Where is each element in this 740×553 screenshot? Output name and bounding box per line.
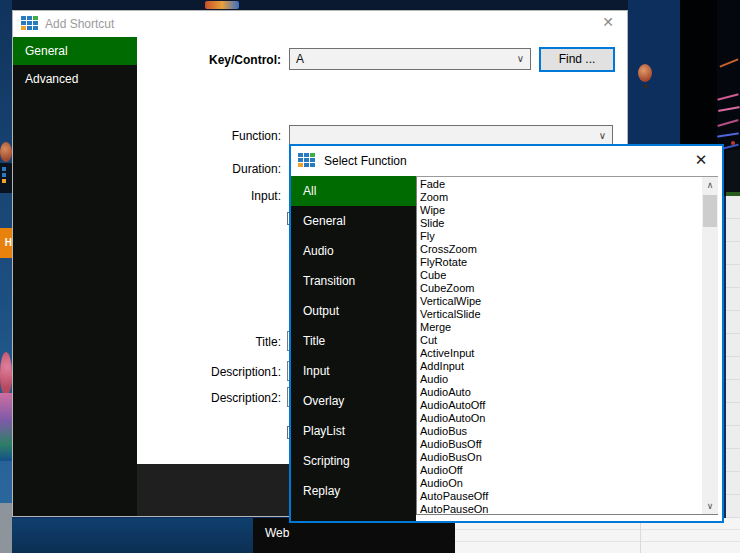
duration-label: Duration: xyxy=(113,162,281,176)
sidebar-item-category[interactable]: Scripting xyxy=(291,446,416,476)
desktop-icon-fragment xyxy=(0,163,12,193)
list-item-function[interactable]: FlyRotate xyxy=(417,256,702,269)
description1-label: Description1: xyxy=(113,365,281,379)
list-item-function[interactable]: Zoom xyxy=(417,191,702,204)
background-window-tab-bar: Web xyxy=(253,518,455,553)
list-item-function[interactable]: AudioAutoOff xyxy=(417,399,702,412)
wallpaper-balloon-fragment xyxy=(0,142,12,162)
list-item-function[interactable]: Fly xyxy=(417,230,702,243)
wallpaper-dock-fragment xyxy=(0,503,12,553)
sidebar-item-category[interactable]: Transition xyxy=(291,266,416,296)
close-icon[interactable]: ✕ xyxy=(692,151,710,169)
sidebar-item-category[interactable]: Output xyxy=(291,296,416,326)
list-item-function[interactable]: AudioOff xyxy=(417,464,702,477)
wallpaper-balloon xyxy=(638,64,652,82)
sidebar-item-category[interactable]: Input xyxy=(291,356,416,386)
key-control-value: A xyxy=(296,52,304,66)
key-control-dropdown[interactable]: A ∨ xyxy=(289,48,531,70)
select-function-titlebar[interactable]: Select Function ✕ xyxy=(291,146,722,176)
desktop-left-wallpaper: H xyxy=(0,0,12,553)
dialog-title: Add Shortcut xyxy=(45,11,114,37)
list-item-function[interactable]: AudioOn xyxy=(417,477,702,490)
list-item-function[interactable]: Merge xyxy=(417,321,702,334)
list-item-function[interactable]: AudioBusOn xyxy=(417,451,702,464)
title-label: Title: xyxy=(113,335,281,349)
list-item-function[interactable]: AddInput xyxy=(417,360,702,373)
list-item-function[interactable]: AutoPauseOn xyxy=(417,503,702,514)
wallpaper-balloon-basket xyxy=(644,84,647,88)
description2-label: Description2: xyxy=(113,391,281,405)
scrollbar[interactable]: ∧ ∨ xyxy=(702,177,718,514)
list-item-function[interactable]: Fade xyxy=(417,178,702,191)
list-item-function[interactable]: ActiveInput xyxy=(417,347,702,360)
chevron-down-icon: ∨ xyxy=(599,126,606,146)
list-item-function[interactable]: Audio xyxy=(417,373,702,386)
close-icon[interactable]: ✕ xyxy=(599,14,617,30)
list-item-function[interactable]: VerticalWipe xyxy=(417,295,702,308)
add-shortcut-sidebar: GeneralAdvanced xyxy=(13,37,137,516)
list-item-function[interactable]: AudioBusOff xyxy=(417,438,702,451)
list-item-function[interactable]: CrossZoom xyxy=(417,243,702,256)
find-button[interactable]: Find ... xyxy=(539,47,615,72)
desktop-icon-fragment: H xyxy=(0,228,12,258)
list-item-function[interactable]: VerticalSlide xyxy=(417,308,702,321)
desktop: H Web Add Shortcut xyxy=(0,0,740,553)
sidebar-item-category[interactable]: Replay xyxy=(291,476,416,506)
function-list: FadeZoomWipeSlideFlyCrossZoomFlyRotateCu… xyxy=(417,178,702,514)
wallpaper-balloon-fragment xyxy=(0,352,12,394)
list-item-function[interactable]: Cut xyxy=(417,334,702,347)
scrollbar-thumb[interactable] xyxy=(703,195,717,227)
list-item-function[interactable]: Wipe xyxy=(417,204,702,217)
scroll-down-icon[interactable]: ∨ xyxy=(702,498,718,514)
list-item-function[interactable]: AudioBus xyxy=(417,425,702,438)
chevron-down-icon: ∨ xyxy=(517,49,524,69)
sidebar-item[interactable]: Advanced xyxy=(13,65,137,93)
background-window-list xyxy=(726,196,740,553)
input-label: Input: xyxy=(113,189,281,203)
sidebar-item-category[interactable]: Title xyxy=(291,326,416,356)
list-item-function[interactable]: AutoPauseOff xyxy=(417,490,702,503)
sidebar-item-category[interactable]: All xyxy=(291,176,416,206)
wallpaper-firework-dot xyxy=(731,141,735,145)
select-function-sidebar: AllGeneralAudioTransitionOutputTitleInpu… xyxy=(291,176,416,521)
add-shortcut-titlebar[interactable]: Add Shortcut ✕ xyxy=(13,11,627,37)
list-item-function[interactable]: AudioAuto xyxy=(417,386,702,399)
vmix-logo-icon xyxy=(21,16,38,30)
function-list-panel: FadeZoomWipeSlideFlyCrossZoomFlyRotateCu… xyxy=(416,176,718,515)
list-item-function[interactable]: Slide xyxy=(417,217,702,230)
list-item-function[interactable]: CubeZoom xyxy=(417,282,702,295)
grid-divider xyxy=(640,518,641,553)
web-tab-label[interactable]: Web xyxy=(265,526,289,540)
wallpaper-sail-fragment xyxy=(0,393,12,461)
select-function-dialog: Select Function ✕ AllGeneralAudioTransit… xyxy=(289,144,724,523)
function-label: Function: xyxy=(113,129,281,143)
background-window-grid xyxy=(455,518,740,553)
key-control-label: Key/Control: xyxy=(113,53,281,67)
wallpaper-water xyxy=(12,518,253,553)
sidebar-item-category[interactable]: Audio xyxy=(291,236,416,266)
sidebar-item-category[interactable]: PlayList xyxy=(291,416,416,446)
sidebar-item-category[interactable]: General xyxy=(291,206,416,236)
vmix-logo-icon xyxy=(298,153,315,167)
list-item-function[interactable]: Cube xyxy=(417,269,702,282)
scroll-up-icon[interactable]: ∧ xyxy=(702,177,718,193)
background-window-dark xyxy=(726,150,740,192)
dialog-title: Select Function xyxy=(324,146,407,176)
sidebar-item-category[interactable]: Overlay xyxy=(291,386,416,416)
background-window-fragment xyxy=(205,1,239,9)
list-item-function[interactable]: AudioAutoOn xyxy=(417,412,702,425)
